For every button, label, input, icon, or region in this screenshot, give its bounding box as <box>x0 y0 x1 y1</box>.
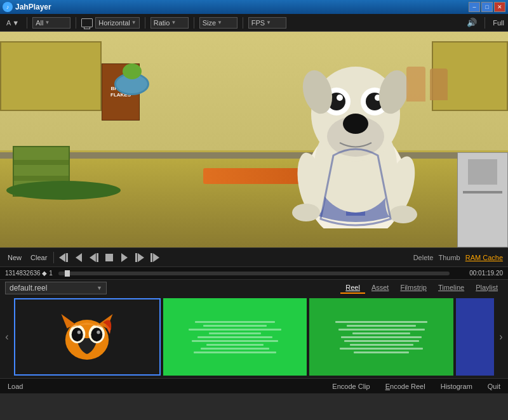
tb-full[interactable]: Full <box>493 19 504 27</box>
tb-a[interactable]: A ▼ <box>4 18 22 28</box>
monitor-icon <box>81 18 93 27</box>
tb-sep-5 <box>243 17 243 29</box>
line <box>340 348 423 350</box>
thumb-strip: ‹ <box>0 296 508 378</box>
tb-horiz-arrow: ▼ <box>131 20 137 25</box>
timeline-playhead[interactable] <box>65 270 70 277</box>
line <box>195 321 276 323</box>
skip-prev-icon <box>59 253 68 262</box>
tb-sep-3 <box>145 17 145 29</box>
clear-button[interactable]: Clear <box>28 253 50 263</box>
ctrl-right: Delete Thumb RAM Cache <box>413 254 503 261</box>
tb-sep-4 <box>194 17 194 29</box>
stove <box>457 152 508 247</box>
video-area: BROWNFLAKES <box>0 32 508 247</box>
cabinet-left <box>0 41 102 111</box>
svg-point-21 <box>72 328 83 342</box>
video-content: BROWNFLAKES <box>0 32 508 247</box>
tab-asset[interactable]: Asset <box>366 282 394 294</box>
encode-clip-button[interactable]: Encode Clip <box>330 381 372 391</box>
reel-name: default.reel <box>10 284 47 292</box>
reel-dropdown[interactable]: default.reel ▼ <box>5 282 107 294</box>
thumb-3[interactable] <box>309 298 453 376</box>
title-bar: ♪ JahPlayer – □ ✕ <box>0 0 508 14</box>
tb-all-dropdown[interactable]: All ▼ <box>32 17 70 29</box>
step-prev-button[interactable] <box>88 252 100 263</box>
fruit <box>123 63 142 79</box>
prev-icon <box>76 253 82 262</box>
tb-horizontal-dropdown[interactable]: Horizontal ▼ <box>95 17 139 29</box>
skip-prev-button[interactable] <box>58 252 69 263</box>
ram-cache-button[interactable]: RAM Cache <box>465 254 503 261</box>
line <box>338 329 425 331</box>
line <box>352 332 410 334</box>
minimize-button[interactable]: – <box>469 2 480 12</box>
next-thumb-button[interactable]: › <box>497 298 505 376</box>
fox-mask-icon <box>58 308 116 365</box>
thumb-4[interactable] <box>456 298 494 376</box>
prev-thumb-button[interactable]: ‹ <box>3 298 11 376</box>
line <box>197 336 272 338</box>
play-button[interactable] <box>119 252 130 263</box>
close-button[interactable]: ✕ <box>494 2 505 12</box>
ctrl-sep-1 <box>53 252 54 263</box>
line <box>201 348 270 350</box>
jar-2 <box>430 69 448 100</box>
delete-button[interactable]: Delete <box>413 254 434 261</box>
timeline-marker: ◆ <box>42 270 49 277</box>
thumb-container <box>14 298 494 376</box>
tb-size-dropdown[interactable]: Size ▼ <box>199 17 237 29</box>
tb-ratio-dropdown[interactable]: Ratio ▼ <box>150 17 189 29</box>
load-button[interactable]: Load <box>5 381 25 391</box>
tb-fps-dropdown[interactable]: FPS ▼ <box>248 17 286 29</box>
svg-point-22 <box>91 328 103 342</box>
line <box>189 329 281 331</box>
step-next-button[interactable] <box>134 252 145 263</box>
toolbar: A ▼ All ▼ Horizontal ▼ Ratio ▼ Size ▼ FP… <box>0 14 508 32</box>
encode-clip-label: Encode Clip <box>332 383 370 390</box>
tb-sep-6 <box>485 17 485 29</box>
tb-size-arrow: ▼ <box>217 20 222 25</box>
tab-filmstrip[interactable]: Filmstrip <box>395 282 432 294</box>
play-icon <box>121 253 128 262</box>
vegetables <box>6 181 121 200</box>
tb-fps-arrow: ▼ <box>266 20 271 25</box>
svg-point-23 <box>77 331 81 334</box>
step-next-icon <box>135 253 144 262</box>
maximize-button[interactable]: □ <box>481 2 493 12</box>
thumb-button[interactable]: Thumb <box>438 254 460 261</box>
prev-button[interactable] <box>73 252 84 263</box>
tb-ratio-arrow: ▼ <box>171 20 176 25</box>
encode-reel-button[interactable]: Encode Reel <box>383 381 428 391</box>
tb-a-arrow: ▼ <box>12 19 19 27</box>
volume-icon[interactable]: 🔊 <box>467 18 477 27</box>
jar-1 <box>406 67 425 102</box>
line <box>194 351 277 353</box>
skip-next-button[interactable] <box>149 252 161 263</box>
reel-bar: default.reel ▼ Reel Asset Filmstrip Time… <box>0 279 508 296</box>
line <box>192 340 278 342</box>
stop-button[interactable] <box>104 252 115 263</box>
quit-button[interactable]: Quit <box>485 381 503 391</box>
line <box>203 325 267 327</box>
timeline-track[interactable] <box>58 272 450 275</box>
tab-reel[interactable]: Reel <box>340 282 365 294</box>
line <box>344 340 419 342</box>
app-title: JahPlayer <box>15 3 51 11</box>
histogram-button[interactable]: Histogram <box>438 381 475 391</box>
stop-icon <box>105 254 113 261</box>
line <box>206 344 264 346</box>
bottom-right: Encode Clip Encode Reel Histogram Quit <box>330 381 503 391</box>
bottom-bar: Load Encode Clip Encode Reel Histogram Q… <box>0 378 508 393</box>
thumb-1[interactable] <box>14 298 161 376</box>
tab-timeline[interactable]: Timeline <box>433 282 469 294</box>
line <box>350 344 413 346</box>
thumb-2[interactable] <box>163 298 307 376</box>
tab-playlist[interactable]: Playlist <box>471 282 503 294</box>
line <box>341 336 422 338</box>
reel-tabs: Reel Asset Filmstrip Timeline Playlist <box>340 282 503 294</box>
svg-point-24 <box>97 331 100 334</box>
app-icon: ♪ <box>3 2 13 12</box>
tb-all-arrow: ▼ <box>44 20 50 25</box>
new-button[interactable]: New <box>5 253 24 263</box>
